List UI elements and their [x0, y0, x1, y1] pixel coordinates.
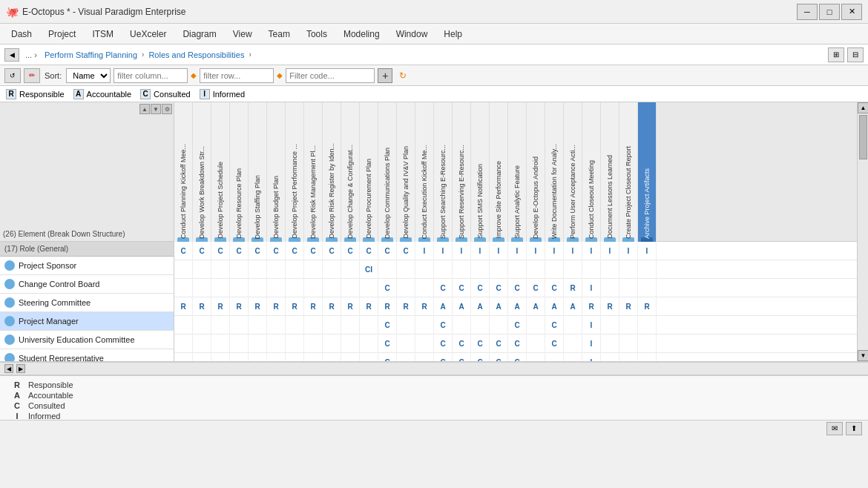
cell-1-16[interactable] — [471, 260, 490, 279]
col-header-19[interactable]: Develop E-Octopus Android — [527, 102, 545, 242]
cell-6-24[interactable] — [619, 353, 638, 361]
sort-select[interactable]: Name — [66, 68, 111, 83]
edit-toggle[interactable]: ✏ — [24, 68, 40, 83]
cell-3-23[interactable]: R — [601, 297, 619, 316]
cell-0-1[interactable]: C — [193, 242, 211, 260]
cell-0-12[interactable]: C — [397, 242, 415, 260]
cell-5-2[interactable] — [211, 334, 230, 353]
role-row-sponsor[interactable]: Project Sponsor — [0, 257, 174, 275]
cell-4-16[interactable] — [471, 316, 490, 334]
panel-view-button[interactable]: ⊟ — [847, 47, 864, 62]
col-header-0[interactable]: Conduct Planning Kickoff Mee... — [174, 102, 193, 242]
cell-4-7[interactable] — [304, 316, 323, 334]
cell-2-22[interactable]: I — [582, 279, 601, 297]
cell-5-5[interactable] — [267, 334, 286, 353]
cell-0-19[interactable]: I — [527, 242, 545, 260]
cell-4-24[interactable] — [619, 316, 638, 334]
menu-uexceler[interactable]: UeXceler — [122, 26, 174, 42]
cell-4-12[interactable] — [397, 316, 415, 334]
menu-project[interactable]: Project — [40, 26, 84, 42]
cell-3-12[interactable]: R — [397, 297, 415, 316]
cell-1-5[interactable] — [267, 260, 286, 279]
col-header-10[interactable]: Develop Procurement Plan — [360, 102, 378, 242]
col-header-11[interactable]: Develop Communications Plan — [378, 102, 397, 242]
cell-4-13[interactable] — [415, 316, 434, 334]
menu-window[interactable]: Window — [388, 26, 436, 42]
col-header-16[interactable]: Support SMS Notification — [471, 102, 490, 242]
menu-tools[interactable]: Tools — [298, 26, 335, 42]
cell-5-8[interactable] — [323, 334, 341, 353]
cell-4-0[interactable] — [174, 316, 193, 334]
cell-5-0[interactable] — [174, 334, 193, 353]
cell-5-11[interactable]: C — [378, 334, 397, 353]
cell-1-19[interactable] — [527, 260, 545, 279]
cell-0-2[interactable]: C — [211, 242, 230, 260]
cell-6-14[interactable]: C — [434, 353, 453, 361]
cell-6-1[interactable] — [193, 353, 211, 361]
cell-6-3[interactable] — [230, 353, 249, 361]
cell-6-23[interactable] — [601, 353, 619, 361]
col-header-2[interactable]: Develop Project Schedule — [211, 102, 230, 242]
col-header-8[interactable]: Develop Risk Register by Iden... — [323, 102, 341, 242]
cell-6-11[interactable]: C — [378, 353, 397, 361]
cell-6-16[interactable]: C — [471, 353, 490, 361]
cell-0-23[interactable]: I — [601, 242, 619, 260]
cell-2-24[interactable] — [619, 279, 638, 297]
col-header-20[interactable]: Write Documentation for Analy... — [545, 102, 564, 242]
cell-4-22[interactable]: I — [582, 316, 601, 334]
col-header-14[interactable]: Support Searching E-Resourc... — [434, 102, 453, 242]
cell-3-18[interactable]: A — [508, 297, 527, 316]
cell-0-5[interactable]: C — [267, 242, 286, 260]
cell-4-14[interactable]: C — [434, 316, 453, 334]
cell-2-9[interactable] — [341, 279, 360, 297]
cell-3-8[interactable]: R — [323, 297, 341, 316]
cell-4-21[interactable] — [564, 316, 582, 334]
cell-6-15[interactable]: C — [453, 353, 471, 361]
col-header-21[interactable]: Perform User Acceptance Acti... — [564, 102, 582, 242]
col-header-6[interactable]: Develop Project Performance ... — [286, 102, 304, 242]
cell-3-1[interactable]: R — [193, 297, 211, 316]
col-header-23[interactable]: Document Lessons Learned — [601, 102, 619, 242]
cell-5-4[interactable] — [249, 334, 267, 353]
cell-2-5[interactable] — [267, 279, 286, 297]
cell-1-1[interactable] — [193, 260, 211, 279]
role-expand-btn[interactable]: ▲ — [139, 104, 150, 114]
cell-3-25[interactable]: R — [638, 297, 657, 316]
cell-6-9[interactable] — [341, 353, 360, 361]
cell-0-0[interactable]: C — [174, 242, 193, 260]
col-header-15[interactable]: Support Reserving E-Resourc... — [453, 102, 471, 242]
cell-3-24[interactable]: R — [619, 297, 638, 316]
role-row-ccb[interactable]: Change Control Board — [0, 275, 174, 294]
cell-3-20[interactable]: A — [545, 297, 564, 316]
scroll-up-button[interactable]: ▲ — [858, 102, 868, 113]
col-header-12[interactable]: Develop Quality and IV&V Plan — [397, 102, 415, 242]
cell-3-19[interactable]: A — [527, 297, 545, 316]
cell-2-3[interactable] — [230, 279, 249, 297]
cell-5-17[interactable]: C — [490, 334, 508, 353]
cell-1-14[interactable] — [434, 260, 453, 279]
cell-2-21[interactable]: R — [564, 279, 582, 297]
cell-0-17[interactable]: I — [490, 242, 508, 260]
cell-0-24[interactable]: I — [619, 242, 638, 260]
cell-6-7[interactable] — [304, 353, 323, 361]
cell-5-9[interactable] — [341, 334, 360, 353]
cell-1-10[interactable]: CI — [360, 260, 378, 279]
cell-5-21[interactable] — [564, 334, 582, 353]
cell-0-25[interactable]: I — [638, 242, 657, 260]
menu-modeling[interactable]: Modeling — [335, 26, 388, 42]
cell-0-20[interactable]: I — [545, 242, 564, 260]
cell-1-22[interactable] — [582, 260, 601, 279]
vertical-scrollbar[interactable]: ▲ ▼ — [857, 102, 868, 361]
cell-4-6[interactable] — [286, 316, 304, 334]
col-header-1[interactable]: Develop Work Breakdown Str... — [193, 102, 211, 242]
add-button[interactable]: + — [378, 68, 392, 83]
cell-5-13[interactable] — [415, 334, 434, 353]
cell-0-7[interactable]: C — [304, 242, 323, 260]
col-header-22[interactable]: Conduct Closeout Meeting — [582, 102, 601, 242]
cell-4-15[interactable] — [453, 316, 471, 334]
cell-5-16[interactable]: C — [471, 334, 490, 353]
cell-0-16[interactable]: I — [471, 242, 490, 260]
col-header-18[interactable]: Support Analytic Feature — [508, 102, 527, 242]
cell-5-24[interactable] — [619, 334, 638, 353]
col-header-17[interactable]: Improve Site Performance — [490, 102, 508, 242]
